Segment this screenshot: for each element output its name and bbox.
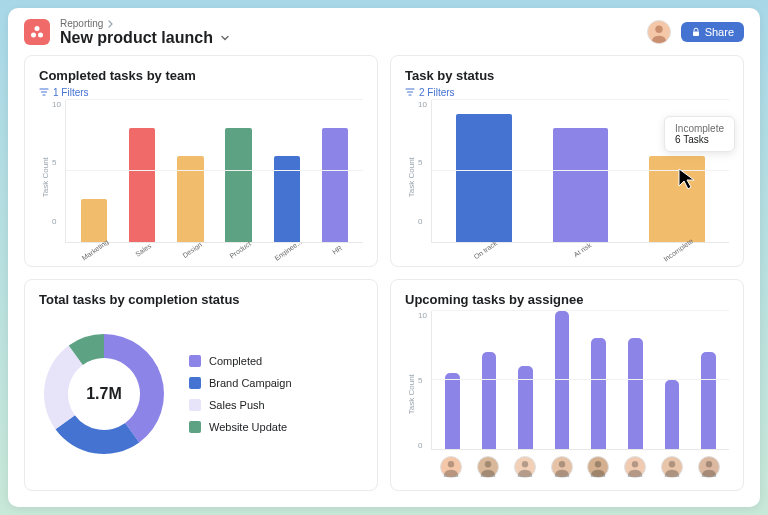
svg-point-11 [669, 461, 675, 467]
filters-label: 1 Filters [53, 87, 89, 98]
y-ticks: 10 5 0 [52, 100, 65, 254]
tooltip-value: 6 Tasks [675, 134, 724, 145]
legend-swatch [189, 421, 201, 433]
y-ticks: 10 5 0 [418, 100, 431, 254]
svg-point-6 [485, 461, 491, 467]
chevron-right-icon [107, 20, 115, 28]
x-labels: On trackAt riskIncomplete [431, 243, 729, 254]
donut-center-value: 1.7M [39, 329, 169, 459]
donut-row: 1.7M CompletedBrand CampaignSales PushWe… [39, 311, 363, 478]
tooltip-title: Incomplete [675, 123, 724, 134]
filter-icon [405, 87, 415, 97]
filters-link[interactable]: 1 Filters [39, 87, 363, 98]
asana-icon [29, 24, 45, 40]
y-axis-label: Task Count [405, 311, 418, 478]
ytick: 5 [418, 376, 427, 385]
legend-label: Completed [209, 355, 262, 367]
legend-item[interactable]: Completed [189, 355, 292, 367]
card-title: Total tasks by completion status [39, 292, 363, 307]
assignee-avatar[interactable] [661, 456, 683, 478]
bar [225, 128, 252, 242]
legend: CompletedBrand CampaignSales PushWebsite… [189, 355, 292, 433]
breadcrumb-parent[interactable]: Reporting [60, 18, 103, 29]
card-completed-by-team: Completed tasks by team 1 Filters Task C… [24, 55, 378, 267]
ytick: 0 [52, 217, 61, 226]
dashboard-grid: Completed tasks by team 1 Filters Task C… [8, 55, 760, 507]
legend-label: Website Update [209, 421, 287, 433]
ytick: 5 [418, 158, 427, 167]
card-by-status: Task by status 2 Filters Task Count 10 5… [390, 55, 744, 267]
x-labels: MarketingSalesDesignProductEnginee...HR [65, 243, 363, 254]
page-title-row[interactable]: New product launch [60, 29, 231, 47]
legend-item[interactable]: Brand Campaign [189, 377, 292, 389]
bar [553, 128, 608, 242]
filters-link[interactable]: 2 Filters [405, 87, 729, 98]
bar [665, 380, 680, 449]
card-completion-status: Total tasks by completion status 1.7M Co… [24, 279, 378, 491]
share-button[interactable]: Share [681, 22, 744, 42]
card-upcoming-by-assignee: Upcoming tasks by assignee Task Count 10… [390, 279, 744, 491]
svg-point-8 [558, 461, 564, 467]
app-icon [24, 19, 50, 45]
breadcrumb-wrap: Reporting New product launch [60, 18, 231, 47]
filter-icon [39, 87, 49, 97]
bar [129, 128, 156, 242]
ytick: 0 [418, 217, 427, 226]
assignee-avatar[interactable] [477, 456, 499, 478]
assignee-avatar[interactable] [514, 456, 536, 478]
y-axis-label: Task Count [39, 100, 52, 254]
svg-point-9 [595, 461, 601, 467]
bar [456, 114, 511, 242]
svg-point-2 [38, 33, 43, 38]
assignee-avatar[interactable] [440, 456, 462, 478]
assignee-avatar[interactable] [551, 456, 573, 478]
assignee-avatar[interactable] [587, 456, 609, 478]
legend-swatch [189, 355, 201, 367]
page-title: New product launch [60, 29, 213, 47]
svg-point-7 [522, 461, 528, 467]
assignee-avatar[interactable] [698, 456, 720, 478]
donut-chart: 1.7M [39, 329, 169, 459]
card-title: Upcoming tasks by assignee [405, 292, 729, 307]
svg-point-3 [655, 26, 662, 33]
assignee-avatar[interactable] [624, 456, 646, 478]
legend-item[interactable]: Sales Push [189, 399, 292, 411]
legend-swatch [189, 399, 201, 411]
tooltip: Incomplete 6 Tasks [664, 116, 735, 152]
lock-icon [691, 27, 701, 37]
cursor-icon [675, 166, 703, 194]
card-title: Task by status [405, 68, 729, 83]
app-frame: Reporting New product launch Share Compl… [8, 8, 760, 507]
bar [322, 128, 349, 242]
svg-point-12 [705, 461, 711, 467]
chart-completed-by-team: Task Count 10 5 0 MarketingSalesDesignPr… [39, 100, 363, 254]
svg-point-5 [448, 461, 454, 467]
bar [81, 199, 108, 242]
filters-label: 2 Filters [419, 87, 455, 98]
breadcrumb[interactable]: Reporting [60, 18, 231, 29]
legend-label: Brand Campaign [209, 377, 292, 389]
legend-label: Sales Push [209, 399, 265, 411]
legend-item[interactable]: Website Update [189, 421, 292, 433]
card-title: Completed tasks by team [39, 68, 363, 83]
y-axis-label: Task Count [405, 100, 418, 254]
svg-point-0 [35, 26, 40, 31]
ytick: 0 [418, 441, 427, 450]
svg-point-10 [632, 461, 638, 467]
bar [445, 373, 460, 449]
chevron-down-icon[interactable] [219, 32, 231, 44]
svg-rect-4 [693, 32, 699, 37]
ytick: 10 [418, 100, 427, 109]
assignee-avatars [431, 450, 729, 478]
ytick: 5 [52, 158, 61, 167]
bar [591, 338, 606, 449]
bars [65, 100, 363, 243]
ytick: 10 [418, 311, 427, 320]
header: Reporting New product launch Share [8, 8, 760, 55]
user-avatar[interactable] [647, 20, 671, 44]
bar [482, 352, 497, 449]
ytick: 10 [52, 100, 61, 109]
share-button-label: Share [705, 26, 734, 38]
bars [431, 311, 729, 450]
bar [701, 352, 716, 449]
